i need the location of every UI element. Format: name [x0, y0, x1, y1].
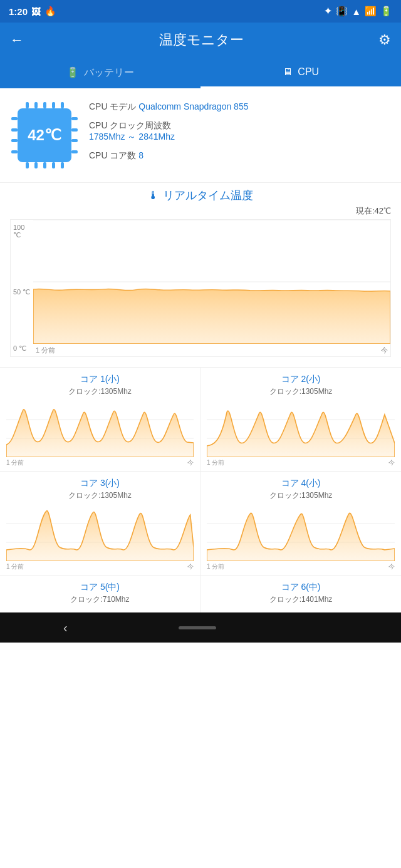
back-button[interactable]: ← — [10, 32, 24, 48]
core3-chart — [6, 505, 194, 561]
cpu-tab-icon: 🖥 — [283, 66, 293, 77]
core6-clock: クロック:1401Mhz — [207, 594, 395, 605]
core3-clock: クロック:1305Mhz — [6, 490, 194, 501]
y-label-0: 0 ℃ — [13, 344, 31, 353]
cpu-core-value: 8 — [138, 150, 143, 160]
core3-svg — [6, 505, 194, 561]
status-time: 1:20 — [9, 6, 28, 17]
y-label-50: 50 ℃ — [13, 288, 31, 296]
core1-chart — [6, 401, 194, 457]
core2-chart — [207, 401, 395, 457]
tab-cpu-label: CPU — [298, 66, 319, 77]
cpu-chip-icon: 42℃ — [10, 101, 79, 170]
back-nav-button[interactable]: ‹ — [48, 616, 83, 640]
cpu-model-value: Qualcomm Snapdragon 855 — [138, 101, 248, 111]
chip-pins-bottom — [23, 162, 66, 168]
pin — [43, 102, 46, 108]
core2-clock: クロック:1305Mhz — [207, 386, 395, 397]
core6-title: コア 6(中) — [207, 582, 395, 593]
core1-x-right: 今 — [187, 458, 194, 467]
pin — [11, 139, 18, 142]
core4-x-left: 1 分前 — [207, 562, 224, 571]
wifi-icon: ▲ — [352, 6, 361, 17]
pin — [26, 102, 29, 108]
pin — [71, 128, 78, 132]
main-chart-svg — [33, 220, 390, 344]
realtime-title: 🌡 リアルタイム温度 — [10, 188, 391, 203]
page-title: 温度モニター — [159, 31, 244, 49]
core4-x-labels: 1 分前 今 — [207, 562, 395, 571]
tabs: 🔋 バッテリー 🖥 CPU — [0, 58, 401, 88]
realtime-section: 🌡 リアルタイム温度 現在:42℃ 100 ℃ 50 ℃ 0 ℃ — [0, 183, 401, 367]
cpu-clock-value: 1785Mhz ～ 2841Mhz — [89, 132, 175, 142]
core4-svg — [207, 505, 395, 561]
core1-clock: クロック:1305Mhz — [6, 386, 194, 397]
core1-x-left: 1 分前 — [6, 458, 24, 467]
x-label-left: 1 分前 — [36, 346, 55, 355]
status-right: ✦ 📳 ▲ 📶 🔋 — [324, 6, 392, 17]
flame-icon: 🔥 — [44, 6, 56, 17]
chart-svg-area — [33, 220, 390, 344]
cpu-clock-row: CPU クロック周波数 1785Mhz ～ 2841Mhz — [89, 120, 391, 143]
tab-battery-label: バッテリー — [84, 67, 134, 78]
chip-pins-left — [11, 113, 18, 157]
settings-button[interactable]: ⚙ — [378, 32, 391, 48]
cores-grid: コア 1(小) クロック:1305Mhz 1 分前 今 コア 2(小) クロック… — [0, 367, 401, 612]
signal-icon: 📶 — [365, 6, 377, 17]
core4-title: コア 4(小) — [207, 478, 395, 489]
core-cell-4: コア 4(小) クロック:1305Mhz 1 分前 今 — [200, 472, 401, 576]
chip-body: 42℃ — [18, 108, 71, 162]
core2-x-right: 今 — [388, 458, 395, 467]
chart-x-labels: 1 分前 今 — [33, 344, 390, 356]
nav-pill — [179, 626, 216, 629]
pin — [61, 102, 64, 108]
pin — [61, 162, 64, 168]
pin — [43, 162, 46, 168]
thermometer-icon: 🌡 — [148, 189, 159, 202]
core-cell-6: コア 6(中) クロック:1401Mhz — [200, 576, 401, 612]
toolbar: ← 温度モニター ⚙ — [0, 23, 401, 58]
realtime-chart: 100 ℃ 50 ℃ 0 ℃ — [10, 219, 391, 357]
status-bar: 1:20 🖼 🔥 ✦ 📳 ▲ 📶 🔋 — [0, 0, 401, 23]
core3-title: コア 3(小) — [6, 478, 194, 489]
photo-icon: 🖼 — [31, 6, 41, 17]
vibrate-icon: 📳 — [336, 6, 348, 17]
core-cell-1: コア 1(小) クロック:1305Mhz 1 分前 今 — [0, 368, 200, 472]
core4-chart — [207, 505, 395, 561]
pin — [71, 139, 78, 142]
core3-x-left: 1 分前 — [6, 562, 24, 571]
cpu-clock-label: CPU クロック周波数 — [89, 120, 171, 130]
pin — [52, 102, 55, 108]
core-cell-3: コア 3(小) クロック:1305Mhz 1 分前 今 — [0, 472, 200, 576]
pin — [11, 117, 18, 120]
cpu-model-label: CPU モデル — [89, 101, 136, 111]
battery-tab-icon: 🔋 — [66, 67, 79, 78]
core5-title: コア 5(中) — [6, 582, 194, 593]
tab-battery[interactable]: 🔋 バッテリー — [0, 58, 200, 88]
core5-clock: クロック:710Mhz — [6, 594, 194, 605]
core2-x-left: 1 分前 — [207, 458, 224, 467]
chip-pins-right — [71, 113, 78, 157]
current-temp: 現在:42℃ — [10, 205, 391, 217]
pin — [52, 162, 55, 168]
content: 42℃ CPU モデル Qualcomm Snapdragon 855 CPU … — [0, 88, 401, 612]
core4-x-right: 今 — [388, 562, 395, 571]
tab-cpu[interactable]: 🖥 CPU — [200, 58, 401, 88]
core3-x-labels: 1 分前 今 — [6, 562, 194, 571]
pin — [11, 128, 18, 132]
x-label-right: 今 — [381, 346, 388, 355]
pin — [26, 162, 29, 168]
pin — [71, 150, 78, 153]
status-left: 1:20 🖼 🔥 — [9, 6, 56, 17]
cpu-core-label: CPU コア数 — [89, 150, 136, 160]
nav-bar: ‹ — [0, 612, 401, 643]
pin — [71, 117, 78, 120]
core3-x-right: 今 — [187, 562, 194, 571]
chip-pins-top — [23, 102, 66, 108]
y-label-100: 100 ℃ — [13, 224, 31, 239]
cpu-details: CPU モデル Qualcomm Snapdragon 855 CPU クロック… — [89, 101, 391, 169]
pin — [11, 150, 18, 153]
bluetooth-icon: ✦ — [324, 6, 332, 17]
core2-svg — [207, 401, 395, 457]
core1-svg — [6, 401, 194, 457]
